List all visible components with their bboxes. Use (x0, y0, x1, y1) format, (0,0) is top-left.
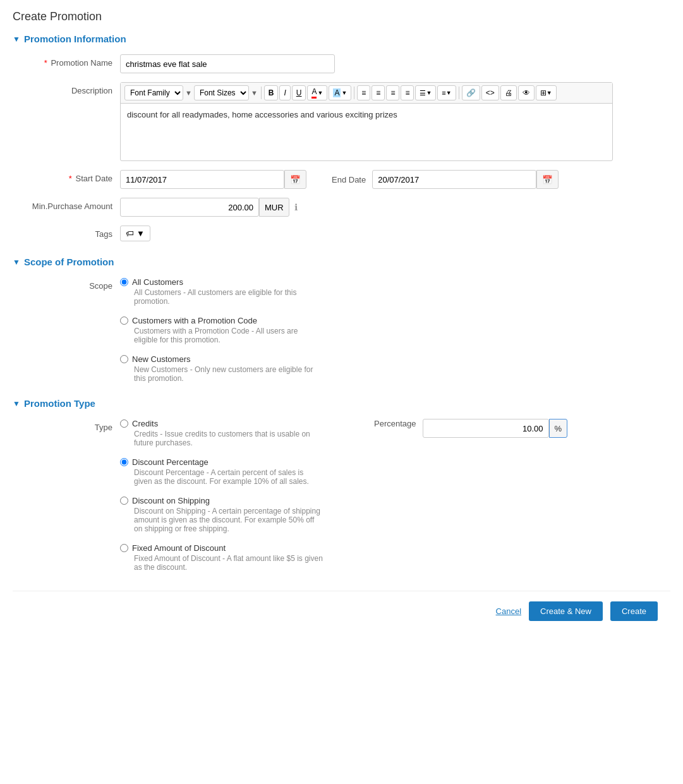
unordered-list-button[interactable]: ☰▼ (415, 85, 436, 100)
discount-shipping-radio[interactable] (120, 497, 128, 505)
scope-option-promo-code: Customers with a Promotion Code Customer… (120, 316, 670, 344)
tags-button[interactable]: 🏷 ▼ (120, 226, 150, 241)
table-button[interactable]: ⊞▼ (536, 85, 557, 100)
page-title: Create Promotion (13, 10, 670, 23)
new-customers-label[interactable]: New Customers (120, 354, 670, 364)
bg-color-button[interactable]: A ▼ (329, 85, 351, 100)
discount-shipping-desc: Discount on Shipping - A certain percent… (134, 507, 323, 533)
date-inputs-row: 📅 End Date 📅 (120, 170, 670, 189)
scope-options: All Customers All Customers - All custom… (120, 277, 670, 383)
all-customers-desc: All Customers - All customers are eligib… (134, 288, 323, 306)
fixed-amount-label[interactable]: Fixed Amount of Discount (120, 543, 323, 553)
fixed-amount-desc: Fixed Amount of Discount - A flat amount… (134, 554, 323, 572)
all-customers-radio[interactable] (120, 278, 128, 286)
align-right-button[interactable]: ≡ (386, 85, 399, 100)
chevron-down-icon-2: ▼ (13, 258, 20, 267)
required-star-2: * (69, 174, 72, 183)
ordered-list-button[interactable]: ≡▼ (437, 85, 456, 100)
type-and-percentage-wrap: Credits Credits - Issue credits to custo… (120, 419, 670, 572)
type-option-discount-shipping: Discount on Shipping Discount on Shippin… (120, 496, 323, 533)
fixed-amount-radio[interactable] (120, 544, 128, 552)
scope-section: ▼ Scope of Promotion Scope All Customers… (13, 256, 670, 383)
italic-button[interactable]: I (279, 85, 290, 100)
create-button[interactable]: Create (610, 601, 658, 621)
cancel-button[interactable]: Cancel (496, 606, 521, 616)
start-date-calendar-button[interactable]: 📅 (284, 170, 306, 189)
toolbar-divider-3 (459, 87, 459, 99)
percentage-col: Percentage % (374, 419, 567, 438)
date-row: * Start Date 📅 End Date 📅 (13, 170, 670, 189)
promotion-name-input[interactable] (120, 54, 335, 73)
bold-button[interactable]: B (264, 85, 279, 100)
discount-pct-text: Discount Percentage (132, 457, 209, 467)
type-and-percentage: Credits Credits - Issue credits to custo… (120, 419, 670, 572)
description-editor: Font Family ▼ Font Sizes ▼ B I U A (120, 82, 613, 161)
promotion-type-section: ▼ Promotion Type Type Credits Cred (13, 398, 670, 572)
discount-pct-label[interactable]: Discount Percentage (120, 457, 323, 467)
preview-button[interactable]: 👁 (518, 85, 535, 100)
end-date-input[interactable] (372, 170, 536, 189)
promotion-type-header[interactable]: ▼ Promotion Type (13, 398, 670, 409)
editor-toolbar: Font Family ▼ Font Sizes ▼ B I U A (121, 83, 612, 104)
info-icon[interactable]: ℹ (294, 202, 298, 212)
end-date-label: End Date (332, 175, 366, 184)
promo-code-radio[interactable] (120, 317, 128, 325)
min-purchase-control: MUR ℹ (120, 198, 670, 217)
type-options-col: Credits Credits - Issue credits to custo… (120, 419, 323, 572)
currency-label: MUR (265, 203, 284, 212)
new-customers-radio[interactable] (120, 355, 128, 363)
discount-shipping-text: Discount on Shipping (132, 496, 210, 505)
date-controls: 📅 End Date 📅 (120, 170, 670, 189)
scope-options-container: All Customers All Customers - All custom… (120, 277, 670, 383)
description-content[interactable]: discount for all readymades, home access… (121, 104, 612, 160)
promotion-name-row: * Promotion Name (13, 54, 670, 73)
credits-label[interactable]: Credits (120, 419, 323, 428)
font-color-button[interactable]: A ▼ (307, 85, 327, 100)
discount-shipping-label[interactable]: Discount on Shipping (120, 496, 323, 505)
create-and-new-button[interactable]: Create & New (529, 601, 603, 621)
font-family-select[interactable]: Font Family (124, 85, 183, 100)
tag-icon: 🏷 (126, 229, 134, 238)
start-date-wrap: 📅 (120, 170, 306, 189)
type-option-fixed-amount: Fixed Amount of Discount Fixed Amount of… (120, 543, 323, 572)
align-left-button[interactable]: ≡ (357, 85, 370, 100)
promotion-info-label: Promotion Information (24, 33, 126, 44)
code-button[interactable]: <> (481, 85, 499, 100)
print-button[interactable]: 🖨 (500, 85, 517, 100)
required-star: * (44, 58, 47, 68)
justify-button[interactable]: ≡ (401, 85, 414, 100)
type-options: Credits Credits - Issue credits to custo… (120, 419, 323, 572)
link-button[interactable]: 🔗 (462, 85, 480, 100)
promotion-info-header[interactable]: ▼ Promotion Information (13, 33, 670, 44)
promotion-type-label: Promotion Type (24, 398, 95, 409)
percentage-input[interactable] (423, 419, 549, 438)
credits-text: Credits (132, 419, 158, 428)
credits-radio[interactable] (120, 419, 128, 428)
promotion-info-section: ▼ Promotion Information * Promotion Name… (13, 33, 670, 241)
scope-label: Scope of Promotion (24, 256, 114, 267)
end-date-input-wrap: 📅 (372, 170, 559, 189)
currency-button[interactable]: MUR (259, 198, 289, 217)
discount-pct-radio[interactable] (120, 458, 128, 466)
type-field-label: Type (13, 419, 120, 432)
underline-button[interactable]: U (292, 85, 306, 100)
tags-label: Tags (13, 226, 120, 239)
description-row: Description Font Family ▼ Font Sizes ▼ (13, 82, 670, 161)
align-center-button[interactable]: ≡ (372, 85, 385, 100)
start-date-label: * Start Date (13, 170, 120, 183)
type-option-credits: Credits Credits - Issue credits to custo… (120, 419, 323, 447)
percentage-label: Percentage (374, 419, 416, 428)
min-purchase-input[interactable] (120, 198, 259, 217)
start-date-input[interactable] (120, 170, 284, 189)
toolbar-divider-1 (261, 87, 262, 99)
font-sizes-select[interactable]: Font Sizes (194, 85, 249, 100)
tags-control: 🏷 ▼ (120, 226, 670, 241)
scope-header[interactable]: ▼ Scope of Promotion (13, 256, 670, 267)
all-customers-text: All Customers (132, 277, 183, 287)
all-customers-label[interactable]: All Customers (120, 277, 670, 287)
promo-code-text: Customers with a Promotion Code (132, 316, 257, 325)
new-customers-text: New Customers (132, 354, 190, 364)
tags-row: Tags 🏷 ▼ (13, 226, 670, 241)
promo-code-label[interactable]: Customers with a Promotion Code (120, 316, 670, 325)
end-date-calendar-button[interactable]: 📅 (536, 170, 559, 189)
